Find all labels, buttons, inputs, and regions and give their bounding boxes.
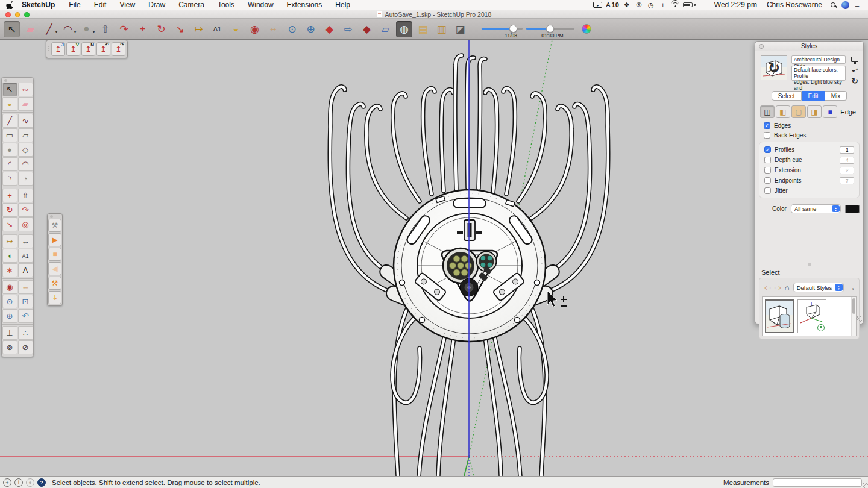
animation-reverse-icon[interactable]: ◀ — [48, 262, 61, 275]
palette-eraser-tool-icon[interactable]: ▰ — [18, 97, 33, 111]
menu-view[interactable]: View — [113, 0, 142, 10]
palette-section-tool-icon[interactable]: ⊘ — [18, 340, 33, 354]
palette-two-point-arc-tool-icon[interactable]: ◠ — [18, 157, 33, 171]
edge-display-modeling-icon[interactable]: ■ — [823, 105, 837, 118]
palette-pan-tool-icon[interactable]: ⇔ — [18, 280, 33, 294]
option-row-depth-cue[interactable]: Depth cue4 — [760, 155, 859, 165]
palette-lasso-tool-icon[interactable]: ∾ — [18, 83, 33, 96]
physics-tool-icon[interactable]: ⚒ — [48, 219, 61, 232]
menu-help[interactable]: Help — [329, 0, 357, 10]
wifi-icon[interactable] — [669, 1, 681, 8]
export-tool-icon[interactable]: ⇨ — [340, 21, 356, 37]
push-pull-tool-icon[interactable]: ⇧ — [97, 21, 113, 37]
palette-zoom-tool-icon[interactable]: ⊙ — [2, 295, 17, 308]
option-row-profiles[interactable]: ✓Profiles1 — [760, 145, 859, 155]
line-tool-icon[interactable]: ╱▾ — [41, 21, 57, 37]
section-plane-tool-icon[interactable]: ▱ — [377, 21, 394, 37]
palette-previous-view-tool-icon[interactable]: ↶ — [18, 309, 33, 323]
arc-tool-icon[interactable]: ◠▾ — [60, 21, 76, 37]
edge-display-background-icon[interactable]: ▢ — [791, 105, 806, 118]
depth-cue-value-field[interactable]: 4 — [840, 157, 854, 164]
extension-value-field[interactable]: 2 — [840, 167, 854, 174]
shadow-time-slider[interactable]: 01:30 PM — [526, 21, 574, 37]
menu-camera[interactable]: Camera — [172, 0, 211, 10]
details-arrow-icon[interactable]: → — [848, 284, 855, 292]
palette-rotate-tool-icon[interactable]: ↻ — [2, 203, 17, 217]
endpoints-checkbox[interactable] — [764, 177, 771, 184]
edge-color-dropdown[interactable]: All same ▴▾ — [791, 204, 841, 213]
zoom-button[interactable] — [24, 12, 30, 17]
paint-bucket-tool-icon[interactable]: ◒ — [228, 21, 244, 37]
app-badge-icon[interactable]: A10 — [604, 0, 621, 10]
palette-tape-measure-tool-icon[interactable]: ↦ — [2, 234, 17, 248]
palette-position-camera-tool-icon[interactable]: ⊥ — [2, 326, 17, 340]
thumbnails-scrollbar[interactable] — [851, 297, 856, 336]
palette-arc-tool-icon[interactable]: ◜ — [2, 157, 17, 171]
follow-me-tool-icon[interactable]: ↷ — [116, 21, 132, 37]
joint-pushpull-normal-icon[interactable]: ↥N — [81, 42, 95, 56]
tape-measure-tool-icon[interactable]: ↦ — [190, 21, 207, 37]
styles-panel-titlebar[interactable]: Styles — [755, 42, 863, 51]
menu-extensions[interactable]: Extensions — [280, 0, 329, 10]
palette-freehand-tool-icon[interactable]: ∿ — [18, 114, 33, 128]
shadow-box-tool-icon[interactable]: ▥ — [433, 21, 450, 37]
palette-three-point-arc-tool-icon[interactable]: ◝ — [2, 172, 17, 186]
style-thumbnail-default[interactable] — [797, 299, 826, 333]
palette-circle-tool-icon[interactable]: ● — [2, 143, 17, 157]
animation-stop-icon[interactable]: ■ — [48, 248, 61, 261]
style-name-input[interactable]: Architectural Design Style — [791, 55, 846, 64]
palette-walk-tool-icon[interactable]: ∴ — [18, 326, 33, 340]
joint-pushpull-undo-icon[interactable]: ↥↶ — [96, 42, 110, 56]
palette-follow-me-tool-icon[interactable]: ↷ — [18, 203, 33, 217]
styles-collection-dropdown[interactable]: Default Styles ▴▾ — [793, 283, 844, 292]
minimize-button[interactable] — [15, 12, 20, 17]
palette-pie-tool-icon[interactable]: ◔ — [18, 172, 33, 186]
text-tool-icon[interactable]: A1 — [209, 21, 225, 37]
joint-pin-icon[interactable]: ↧ — [48, 291, 61, 304]
tab-select[interactable]: Select — [772, 91, 802, 101]
screen-record-icon[interactable]: ▸ — [591, 0, 604, 10]
profiles-checkbox[interactable]: ✓ — [764, 146, 771, 153]
paint-new-style-icon[interactable]: ◒+ — [851, 67, 858, 73]
option-row-extension[interactable]: Extension2 — [760, 165, 859, 175]
depth-cue-checkbox[interactable] — [764, 157, 771, 163]
back-edges-checkbox[interactable] — [764, 132, 770, 139]
physics-hammer-icon[interactable]: ⚒ — [48, 277, 61, 290]
battery-icon[interactable] — [681, 0, 697, 10]
menu-edit[interactable]: Edit — [87, 0, 113, 10]
shadow-date-slider[interactable]: 11/08 — [482, 21, 523, 37]
menubar-clock[interactable]: Wed 2:29 pm — [709, 1, 762, 9]
color-wheel-icon[interactable] — [582, 24, 591, 34]
edge-display-edge-icon[interactable]: ◫ — [760, 105, 775, 118]
menubar-user[interactable]: Chris Rosewarne — [762, 1, 827, 9]
window-titlebar[interactable]: AutoSave_1.skp - SketchUp Pro 2018 — [0, 10, 868, 19]
model-viewport[interactable] — [0, 40, 868, 476]
spotlight-icon[interactable] — [827, 0, 839, 10]
style-description-input[interactable]: Default face colors. Profile edges. Ligh… — [791, 66, 846, 81]
notification-center-icon[interactable]: ≡ — [851, 0, 863, 10]
option-row-jitter[interactable]: Jitter — [760, 186, 859, 195]
current-style-thumbnail[interactable]: ↻ — [761, 55, 787, 80]
extension-tool-icon[interactable]: ◆ — [359, 21, 375, 37]
animation-play-icon[interactable]: ▶ — [48, 233, 61, 246]
edge-color-swatch[interactable] — [845, 205, 860, 213]
joint-pushpull-joint-icon[interactable]: ↥J — [51, 42, 65, 56]
profiles-value-field[interactable]: 1 — [840, 146, 854, 154]
shield-5-icon[interactable]: ⑤ — [633, 0, 645, 10]
geolocation-icon[interactable]: + — [3, 478, 11, 487]
eraser-tool-icon[interactable]: ▰ — [22, 21, 39, 37]
panel-resize-grip[interactable] — [856, 316, 862, 322]
palette-zoom-window-tool-icon[interactable]: ⊡ — [18, 295, 33, 308]
palette-scale-tool-icon[interactable]: ↘ — [2, 217, 17, 231]
warehouse-tool-icon[interactable]: ◆ — [321, 21, 338, 37]
pan-tool-icon[interactable]: ⇔ — [265, 21, 281, 37]
update-style-icon[interactable]: ↻ — [851, 78, 858, 84]
endpoints-value-field[interactable]: 7 — [840, 177, 854, 184]
menu-file[interactable]: File — [62, 0, 87, 10]
style-thumbnail-architectural[interactable] — [765, 299, 794, 333]
claim-credit-icon[interactable]: ● — [26, 478, 34, 487]
extension-checkbox[interactable] — [764, 167, 771, 174]
dropbox-icon[interactable]: ❖ — [621, 0, 633, 10]
edges-checkbox[interactable]: ✓ — [764, 122, 770, 129]
close-button[interactable] — [5, 12, 11, 17]
